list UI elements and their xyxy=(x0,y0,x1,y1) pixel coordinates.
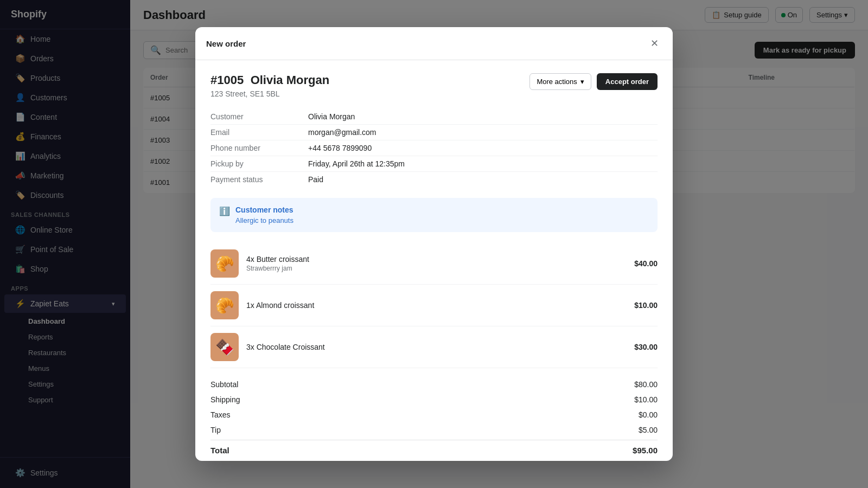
order-identity: #1005 Olivia Morgan 123 Street, SE1 5BL xyxy=(210,73,329,98)
item-name: 4x Butter croissant xyxy=(246,255,627,264)
order-item: 🥐 1x Almond croissant $10.00 xyxy=(210,285,658,326)
item-info: 4x Butter croissant Strawberrry jam xyxy=(246,255,627,272)
item-image: 🥐 xyxy=(210,291,239,319)
item-image: 🍫 xyxy=(210,333,239,361)
item-price: $30.00 xyxy=(634,343,658,351)
detail-payment: Payment status Paid xyxy=(210,172,658,187)
info-icon: ℹ️ xyxy=(219,206,230,216)
order-item: 🍫 3x Chocolate Croissant $30.00 xyxy=(210,326,658,368)
modal-title: New order xyxy=(206,39,246,48)
chevron-down-icon: ▾ xyxy=(580,78,584,86)
order-modal: New order ✕ #1005 Olivia Morgan 123 Stre… xyxy=(195,27,673,461)
total-grand: Total $95.00 xyxy=(210,440,658,458)
notes-content: Customer notes Allergic to peanuts xyxy=(235,206,293,224)
order-item: 🥐 4x Butter croissant Strawberrry jam $4… xyxy=(210,243,658,285)
item-sub: Strawberrry jam xyxy=(246,265,627,272)
notes-text: Allergic to peanuts xyxy=(235,216,293,224)
modal-overlay[interactable]: New order ✕ #1005 Olivia Morgan 123 Stre… xyxy=(0,0,868,488)
modal-more-actions-button[interactable]: More actions ▾ xyxy=(529,73,591,90)
order-actions: More actions ▾ Accept order xyxy=(529,73,658,90)
order-details: Customer Olivia Morgan Email morgan@gmai… xyxy=(210,109,658,187)
total-tip: Tip $5.00 xyxy=(210,422,658,438)
detail-customer: Customer Olivia Morgan xyxy=(210,109,658,125)
order-customer: Olivia Morgan xyxy=(251,73,329,87)
modal-body: #1005 Olivia Morgan 123 Street, SE1 5BL … xyxy=(195,60,673,461)
item-price: $10.00 xyxy=(634,301,658,310)
order-items: 🥐 4x Butter croissant Strawberrry jam $4… xyxy=(210,243,658,368)
order-number: #1005 xyxy=(210,73,244,87)
item-name: 3x Chocolate Croissant xyxy=(246,343,627,351)
modal-header: New order ✕ xyxy=(195,27,673,60)
total-shipping: Shipping $10.00 xyxy=(210,392,658,407)
item-price: $40.00 xyxy=(634,259,658,268)
customer-notes: ℹ️ Customer notes Allergic to peanuts xyxy=(210,198,658,232)
modal-close-button[interactable]: ✕ xyxy=(647,36,662,51)
detail-pickup: Pickup by Friday, April 26th at 12:35pm xyxy=(210,156,658,172)
total-taxes: Taxes $0.00 xyxy=(210,407,658,422)
order-totals: Subtotal $80.00 Shipping $10.00 Taxes $0… xyxy=(210,377,658,458)
order-address: 123 Street, SE1 5BL xyxy=(210,89,329,98)
item-image: 🥐 xyxy=(210,249,239,278)
order-header: #1005 Olivia Morgan 123 Street, SE1 5BL … xyxy=(210,73,658,98)
order-number-name: #1005 Olivia Morgan xyxy=(210,73,329,87)
item-info: 3x Chocolate Croissant xyxy=(246,343,627,351)
accept-order-button[interactable]: Accept order xyxy=(597,73,658,90)
total-subtotal: Subtotal $80.00 xyxy=(210,377,658,392)
detail-phone: Phone number +44 5678 7899090 xyxy=(210,140,658,156)
item-name: 1x Almond croissant xyxy=(246,301,627,310)
item-info: 1x Almond croissant xyxy=(246,301,627,310)
notes-title: Customer notes xyxy=(235,206,293,214)
detail-email: Email morgan@gmail.com xyxy=(210,125,658,140)
